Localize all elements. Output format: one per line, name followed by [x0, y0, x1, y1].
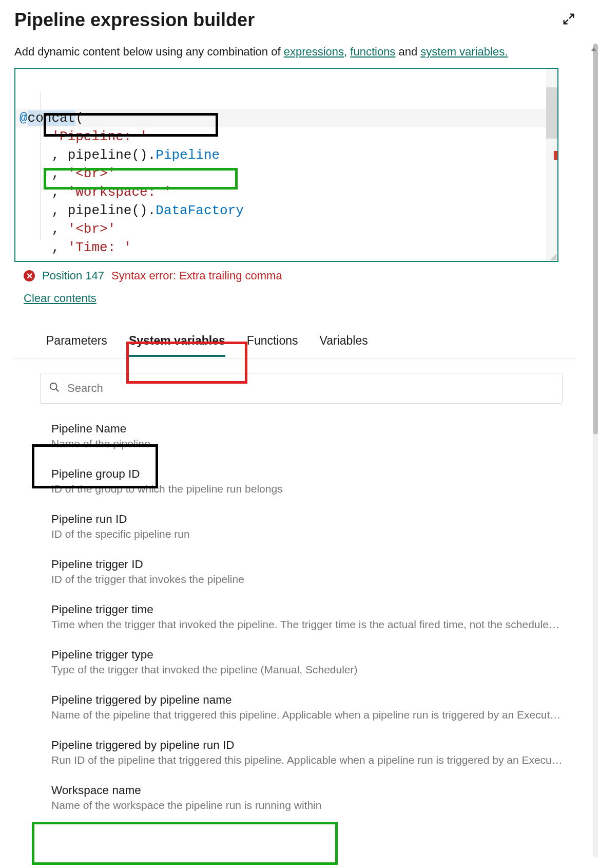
tok-comma-4: , [51, 184, 60, 200]
item-title: Pipeline Name [51, 422, 565, 436]
tok-str-4: 'Workspace: ' [68, 184, 172, 200]
minimap-slider[interactable] [546, 87, 557, 139]
error-position: Position 147 [42, 269, 104, 282]
item-title: Workspace name [51, 784, 565, 797]
item-desc: Time when the trigger that invoked the p… [51, 618, 565, 631]
tok-comma-3: , [51, 166, 60, 181]
list-item[interactable]: Pipeline trigger type Type of the trigge… [51, 648, 565, 676]
item-title: Pipeline group ID [51, 467, 565, 481]
intro-pre: Add dynamic content below using any comb… [14, 45, 284, 58]
tok-call-5: pipeline() [68, 203, 148, 218]
item-title: Pipeline trigger ID [51, 558, 565, 571]
svg-point-0 [50, 383, 57, 390]
error-icon: ✕ [24, 270, 35, 281]
list-item[interactable]: Pipeline run ID ID of the specific pipel… [51, 513, 565, 540]
item-desc: Name of the pipeline [51, 438, 565, 450]
tok-str-6: '<br>' [68, 221, 116, 237]
tok-call-2: pipeline() [68, 147, 148, 163]
list-item[interactable]: Pipeline triggered by pipeline run ID Ru… [51, 739, 565, 766]
editor-minimap[interactable] [546, 69, 557, 261]
expand-icon[interactable] [562, 12, 576, 28]
item-desc: ID of the specific pipeline run [51, 528, 565, 540]
list-item[interactable]: Pipeline group ID ID of the group to whi… [51, 467, 565, 495]
tok-str-3: '<br>' [68, 166, 116, 181]
tabs: Parameters System variables Functions Va… [14, 308, 576, 358]
list-item[interactable]: Pipeline triggered by pipeline name Name… [51, 693, 565, 721]
tab-system-variables[interactable]: System variables [129, 334, 225, 357]
list-item[interactable]: Pipeline Name Name of the pipeline [51, 422, 565, 450]
clear-contents-link[interactable]: Clear contents [14, 290, 96, 308]
tok-comma-7: , [51, 240, 60, 255]
tab-functions[interactable]: Functions [247, 334, 298, 357]
indent-guide [41, 91, 41, 240]
variable-list: Pipeline Name Name of the pipeline Pipel… [14, 404, 576, 812]
tok-prop-pipeline: Pipeline [156, 147, 220, 163]
error-message: Syntax error: Extra trailing comma [111, 269, 282, 282]
tok-str-7: 'Time: ' [68, 240, 132, 255]
scroll-up-icon[interactable] [591, 47, 596, 51]
tab-parameters[interactable]: Parameters [46, 334, 107, 357]
intro-text: Add dynamic content below using any comb… [14, 45, 576, 59]
tok-open: ( [75, 110, 84, 126]
search-box[interactable] [40, 373, 563, 404]
tok-dot-2: . [148, 147, 156, 163]
outer-scrollbar[interactable] [593, 44, 598, 858]
item-title: Pipeline triggered by pipeline name [51, 693, 565, 707]
outer-scroll-thumb[interactable] [593, 44, 598, 435]
list-item[interactable]: Pipeline trigger ID ID of the trigger th… [51, 558, 565, 586]
tok-fn: concat [28, 110, 76, 126]
svg-line-1 [56, 389, 59, 392]
item-desc: ID of the group to which the pipeline ru… [51, 483, 565, 495]
tok-comma-8: , [51, 258, 60, 262]
item-title: Pipeline trigger time [51, 603, 565, 616]
tok-at: @ [20, 110, 28, 126]
item-title: Pipeline run ID [51, 513, 565, 526]
tok-comma-5: , [51, 203, 60, 218]
item-desc: Run ID of the pipeline that triggered th… [51, 754, 565, 766]
list-item[interactable]: Pipeline trigger time Time when the trig… [51, 603, 565, 631]
item-title: Pipeline trigger type [51, 648, 565, 662]
expression-editor[interactable]: @concat( 'Pipeline: ' , pipeline().Pipel… [14, 68, 558, 262]
link-system-variables[interactable]: system variables. [420, 45, 508, 58]
link-functions[interactable]: functions [350, 45, 395, 58]
list-item[interactable]: Workspace name Name of the workspace the… [51, 784, 565, 812]
page-title: Pipeline expression builder [14, 9, 255, 31]
resize-handle-icon[interactable] [549, 253, 556, 260]
tok-comma-2: , [51, 147, 60, 163]
item-desc: Name of the workspace the pipeline run i… [51, 799, 565, 812]
item-desc: Name of the pipeline that triggered this… [51, 709, 565, 721]
minimap-error-mark [554, 151, 557, 160]
tok-dot-5: . [148, 203, 156, 218]
tok-comma-6: , [51, 221, 60, 237]
item-desc: ID of the trigger that invokes the pipel… [51, 573, 565, 586]
search-icon [49, 382, 60, 395]
search-input[interactable] [67, 382, 554, 395]
item-desc: Type of the trigger that invoked the pip… [51, 664, 565, 676]
tab-variables[interactable]: Variables [320, 334, 368, 357]
error-row: ✕ Position 147 Syntax error: Extra trail… [14, 262, 576, 290]
intro-and: and [395, 45, 420, 58]
link-expressions[interactable]: expressions, [284, 45, 347, 58]
item-title: Pipeline triggered by pipeline run ID [51, 739, 565, 752]
tok-str-1: 'Pipeline: ' [51, 129, 147, 144]
tok-prop-datafactory: DataFactory [156, 203, 244, 218]
